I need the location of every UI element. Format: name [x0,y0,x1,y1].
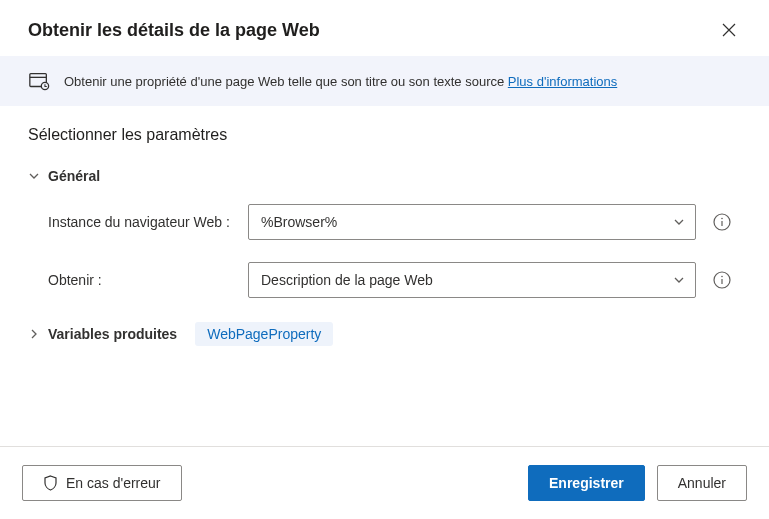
more-info-link[interactable]: Plus d'informations [508,74,617,89]
svg-point-3 [721,218,723,220]
browser-instance-info-button[interactable] [710,210,734,234]
browser-instance-row: Instance du navigateur Web : %Browser% [28,204,741,240]
get-value: Description de la page Web [261,272,433,288]
dialog-content: Sélectionner les paramètres Général Inst… [0,106,769,446]
get-info-button[interactable] [710,268,734,292]
dialog-footer: En cas d'erreur Enregistrer Annuler [0,446,769,519]
info-banner: Obtenir une propriété d'une page Web tel… [0,56,769,106]
info-icon [713,271,731,289]
chevron-down-icon [673,216,685,228]
variables-label: Variables produites [48,326,177,342]
browser-instance-label: Instance du navigateur Web : [48,214,248,230]
cancel-label: Annuler [678,475,726,491]
close-button[interactable] [717,18,741,42]
dialog-title: Obtenir les détails de la page Web [28,20,320,41]
on-error-button[interactable]: En cas d'erreur [22,465,182,501]
general-section-toggle[interactable]: Général [28,168,741,184]
get-row: Obtenir : Description de la page Web [28,262,741,298]
svg-point-5 [721,276,723,278]
general-label: Général [48,168,100,184]
chevron-down-icon [673,274,685,286]
chevron-down-icon [28,170,40,182]
close-icon [722,23,736,37]
section-title: Sélectionner les paramètres [28,126,741,144]
variables-section-toggle[interactable]: Variables produites WebPageProperty [28,322,741,346]
banner-text: Obtenir une propriété d'une page Web tel… [64,74,617,89]
banner-desc: Obtenir une propriété d'une page Web tel… [64,74,508,89]
save-button[interactable]: Enregistrer [528,465,645,501]
variable-chip[interactable]: WebPageProperty [195,322,333,346]
shield-icon [43,475,58,491]
get-label: Obtenir : [48,272,248,288]
cancel-button[interactable]: Annuler [657,465,747,501]
on-error-label: En cas d'erreur [66,475,161,491]
dialog-header: Obtenir les détails de la page Web [0,0,769,56]
footer-actions: Enregistrer Annuler [528,465,747,501]
browser-instance-select[interactable]: %Browser% [248,204,696,240]
get-select[interactable]: Description de la page Web [248,262,696,298]
browser-instance-value: %Browser% [261,214,337,230]
info-icon [713,213,731,231]
save-label: Enregistrer [549,475,624,491]
web-page-icon [28,70,50,92]
chevron-right-icon [28,328,40,340]
